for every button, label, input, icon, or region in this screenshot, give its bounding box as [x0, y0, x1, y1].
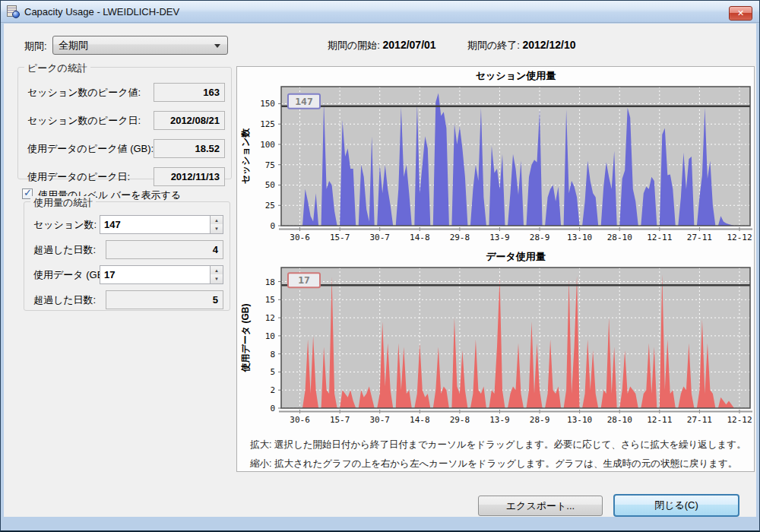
svg-text:セッション数: セッション数	[240, 128, 251, 184]
svg-text:28-10: 28-10	[607, 415, 632, 425]
svg-text:12-11: 12-11	[647, 415, 672, 425]
peak-data-date-label: 使用データのピーク日:	[27, 170, 130, 184]
close-icon[interactable]: ✕	[729, 6, 752, 21]
period-dropdown-value: 全期間	[59, 40, 88, 51]
session-level-input[interactable]	[100, 215, 211, 234]
svg-text:18: 18	[265, 277, 275, 287]
svg-text:28-9: 28-9	[530, 233, 550, 242]
peak-session-value-label: セッション数のピーク値:	[27, 86, 141, 100]
data-level-row: 使用データ (GB): ▲ ▼	[24, 265, 230, 284]
dialog-body: 期間: 全期間 ピークの統計 セッション数のピーク値: 163 セッション数のピ…	[4, 24, 756, 517]
data-level-spinner: ▲ ▼	[211, 265, 223, 284]
peak-data-date-row: 使用データのピーク日: 2012/11/13	[18, 167, 231, 186]
peak-session-date-row: セッション数のピーク日: 2012/08/21	[18, 111, 231, 130]
svg-text:15: 15	[265, 295, 275, 305]
charts-panel: セッション使用量025507510012515030-615-730-714-8…	[236, 66, 755, 472]
period-end-value: 2012/12/10	[522, 39, 575, 51]
spinner-down-icon[interactable]: ▼	[211, 224, 223, 233]
data-usage-chart[interactable]: データ使用量02581012151830-615-730-714-829-813…	[238, 249, 753, 430]
svg-text:30-6: 30-6	[290, 233, 310, 242]
data-days-over-label: 超過した日数:	[33, 293, 96, 307]
svg-text:10: 10	[265, 331, 275, 341]
svg-text:13-9: 13-9	[489, 233, 510, 242]
svg-text:29-8: 29-8	[450, 415, 470, 425]
data-days-over-field: 5	[106, 290, 223, 309]
svg-text:29-8: 29-8	[450, 233, 470, 242]
peak-session-value-row: セッション数のピーク値: 163	[18, 83, 231, 102]
svg-text:8: 8	[270, 350, 275, 359]
peak-session-value-field: 163	[154, 83, 225, 102]
svg-text:50: 50	[265, 180, 275, 190]
svg-text:13-10: 13-10	[567, 415, 592, 425]
export-button[interactable]: エクスポート...	[478, 496, 603, 516]
svg-text:12-12: 12-12	[727, 415, 752, 425]
svg-text:147: 147	[295, 96, 312, 107]
period-end-label: 期間の終了:	[467, 40, 520, 51]
peak-data-value-row: 使用データのピーク値 (GB): 18.52	[18, 139, 231, 158]
peak-data-date-field: 2012/11/13	[154, 167, 225, 186]
svg-text:データ使用量: データ使用量	[486, 251, 546, 262]
svg-text:13-10: 13-10	[567, 233, 592, 242]
peak-data-value-label: 使用データのピーク値 (GB):	[27, 142, 154, 156]
svg-text:15-7: 15-7	[330, 415, 350, 425]
session-level-label: セッション数:	[33, 218, 97, 232]
peak-session-date-field: 2012/08/21	[154, 111, 225, 130]
svg-text:2: 2	[270, 385, 275, 395]
peak-data-value-field: 18.52	[154, 139, 225, 158]
close-dialog-button[interactable]: 閉じる(C)	[613, 494, 739, 517]
svg-text:100: 100	[260, 140, 275, 150]
svg-text:使用データ (GB): 使用データ (GB)	[240, 304, 251, 373]
period-start-value: 2012/07/01	[383, 39, 436, 51]
svg-text:27-11: 27-11	[687, 415, 712, 425]
window-title: Capacity Usage - LWEIDLICH-DEV	[24, 6, 179, 17]
session-level-row: セッション数: ▲ ▼	[24, 215, 230, 234]
session-days-over-label: 超過した日数:	[33, 243, 96, 257]
svg-text:13-9: 13-9	[489, 415, 510, 425]
session-level-spinner: ▲ ▼	[211, 215, 223, 234]
session-usage-chart[interactable]: セッション使用量025507510012515030-615-730-714-8…	[238, 68, 753, 248]
session-days-over-field: 4	[106, 240, 223, 259]
data-level-input[interactable]	[100, 265, 211, 284]
usage-statistics-group: 使用量の統計 セッション数: ▲ ▼ 超過した日数: 4 使用データ (GB):	[24, 201, 230, 311]
period-header: 期間の開始: 2012/07/01 期間の終了: 2012/12/10	[328, 39, 576, 52]
svg-text:28-9: 28-9	[530, 415, 550, 425]
peak-statistics-group: ピークの統計 セッション数のピーク値: 163 セッション数のピーク日: 201…	[17, 67, 232, 179]
svg-text:125: 125	[260, 119, 275, 129]
peak-session-date-label: セッション数のピーク日:	[27, 114, 141, 128]
svg-text:15-7: 15-7	[330, 233, 350, 242]
svg-text:12-12: 12-12	[727, 233, 752, 242]
svg-text:5: 5	[270, 367, 275, 377]
svg-text:14-8: 14-8	[410, 233, 430, 242]
data-level-label: 使用データ (GB):	[33, 268, 109, 282]
zoom-out-instruction: 縮小: 拡大されたグラフの上を右から左へカーソルをドラッグします。グラフは、生成…	[250, 458, 737, 470]
svg-text:12: 12	[265, 313, 275, 323]
titlebar[interactable]: Capacity Usage - LWEIDLICH-DEV ✕	[1, 1, 759, 23]
usage-statistics-group-title: 使用量の統計	[30, 196, 96, 210]
svg-text:27-11: 27-11	[687, 233, 712, 242]
chevron-down-icon	[214, 44, 220, 48]
capacity-usage-dialog: Capacity Usage - LWEIDLICH-DEV ✕ 期間: 全期間…	[0, 0, 760, 532]
svg-text:14-8: 14-8	[410, 415, 430, 425]
svg-text:12-11: 12-11	[647, 233, 672, 242]
period-dropdown[interactable]: 全期間	[52, 36, 228, 55]
svg-text:30-6: 30-6	[290, 415, 310, 425]
svg-text:17: 17	[298, 274, 310, 286]
peak-statistics-group-title: ピークの統計	[24, 62, 90, 75]
session-days-over-row: 超過した日数: 4	[24, 240, 230, 259]
data-days-over-row: 超過した日数: 5	[24, 290, 230, 309]
svg-text:0: 0	[270, 221, 275, 231]
svg-text:30-7: 30-7	[369, 415, 390, 425]
svg-text:75: 75	[265, 160, 275, 170]
svg-text:30-7: 30-7	[369, 233, 390, 242]
period-label: 期間:	[24, 40, 47, 53]
svg-text:28-10: 28-10	[607, 233, 632, 242]
spinner-down-icon[interactable]: ▼	[211, 274, 223, 283]
zoom-in-instruction: 拡大: 選択した開始日付から終了日付までカーソルをドラッグします。必要に応じて、…	[250, 439, 746, 451]
svg-text:0: 0	[270, 404, 275, 413]
svg-text:150: 150	[260, 99, 275, 109]
svg-text:セッション使用量: セッション使用量	[476, 70, 556, 81]
app-icon	[7, 5, 20, 18]
period-start-label: 期間の開始:	[328, 40, 380, 51]
svg-text:25: 25	[265, 201, 275, 211]
